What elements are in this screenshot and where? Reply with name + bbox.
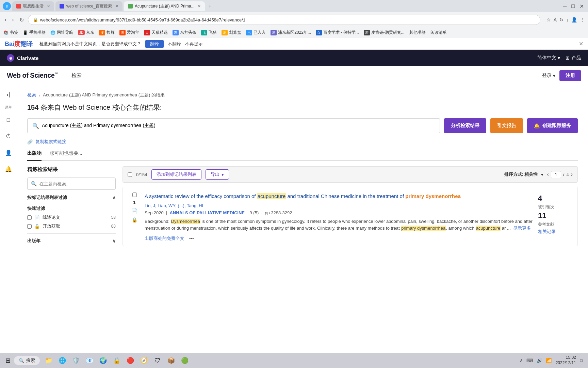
add-to-list-button[interactable]: 添加到标记结果列表: [151, 169, 201, 180]
forward-button[interactable]: ›: [11, 15, 15, 24]
create-alert-button[interactable]: 🔔 创建跟踪服务: [527, 118, 578, 133]
breadcrumb-search-link[interactable]: 检索: [27, 92, 36, 98]
bookmark-pudong[interactable]: 浦 浦东新区2022年...: [271, 30, 311, 35]
bookmark-baidu-xue[interactable]: 百 百度学术 - 保持学...: [316, 30, 359, 35]
page-number-input[interactable]: [551, 171, 561, 178]
sidebar-item-menu[interactable]: ›|: [2, 89, 15, 101]
tab-close-lianxiang[interactable]: ✕: [47, 4, 50, 9]
author-ellipsis[interactable]: (...): [178, 203, 184, 208]
bookmark-nav[interactable]: 🌐 网址导航: [50, 30, 73, 35]
taskbar-app-store[interactable]: 📦: [166, 355, 177, 366]
sidebar-item-notifications[interactable]: 🔔: [2, 163, 15, 175]
volume-icon[interactable]: 🔊: [537, 358, 542, 363]
minimize-button[interactable]: ─: [561, 2, 568, 11]
bookmark-phone[interactable]: 📱 手机书签: [23, 30, 46, 35]
register-button[interactable]: 注册: [559, 70, 581, 81]
result-checkbox-1[interactable]: [132, 193, 137, 197]
filter-search-input[interactable]: [39, 181, 112, 186]
taskbar-app-browser2[interactable]: 🌍: [98, 355, 109, 366]
free-fulltext-link-1[interactable]: 出版商处的免费全文: [145, 235, 184, 242]
settings-icon[interactable]: ⋮: [580, 17, 585, 22]
filter-review-checkbox[interactable]: [27, 215, 32, 220]
bookmark-aitaobao[interactable]: 淘 爱淘宝: [119, 30, 139, 35]
chevron-up-icon[interactable]: ∧: [520, 358, 523, 363]
show-more-link-1[interactable]: 显示更多: [513, 226, 531, 231]
result-journal-link-1[interactable]: ANNALS OF PALLIATIVE MEDICINE: [170, 210, 245, 215]
search-submit-button[interactable]: 🔍: [32, 123, 39, 129]
address-bar[interactable]: 🔒 webofscience.com/wos/alldb/summary/637…: [28, 15, 540, 25]
tab-close-wos[interactable]: ✕: [198, 4, 201, 9]
select-all-checkbox[interactable]: [128, 172, 132, 177]
taskbar-app-explorer[interactable]: 📁: [43, 355, 54, 366]
keyboard-icon[interactable]: ⌨: [526, 358, 533, 363]
filter-oa-checkbox[interactable]: [27, 224, 32, 229]
products-button[interactable]: ⊞ 产品: [566, 55, 581, 61]
tab-close-baidu[interactable]: ✕: [115, 4, 118, 9]
bookmark-huasuan[interactable]: 划 划算盘: [222, 30, 241, 35]
bookmark-jd[interactable]: JD 京东: [78, 30, 94, 35]
bookmark-dftt[interactable]: 东 东方头条: [173, 30, 196, 35]
taskbar-app-green[interactable]: 🟢: [179, 355, 190, 366]
start-button[interactable]: ⊞: [5, 357, 11, 364]
reload-button[interactable]: ↻: [18, 15, 25, 25]
bookmark-maiken[interactable]: 麦 麦肯锡-润贡研究...: [364, 30, 405, 35]
translate-page-icon[interactable]: A: [554, 17, 557, 22]
network-icon[interactable]: 📶: [546, 358, 552, 363]
copy-link-row[interactable]: 🔗 复制检索式链接: [27, 139, 578, 145]
bookmark-star-icon[interactable]: ☆: [546, 17, 551, 22]
tab-publications[interactable]: 出版物: [27, 150, 42, 161]
bookmark-other[interactable]: 其他书签: [409, 30, 426, 35]
next-page-button[interactable]: ›: [571, 171, 573, 178]
taskbar-app-mail[interactable]: 📧: [84, 355, 95, 366]
more-options-1[interactable]: •••: [189, 236, 194, 241]
tab-wos[interactable]: Acupuncture (主题) AND Prima... ✕: [124, 1, 205, 11]
profile-icon[interactable]: 👤: [571, 17, 577, 22]
sidebar-item-history[interactable]: ⏱: [2, 130, 15, 142]
bookmark-reading[interactable]: 阅读清单: [430, 30, 447, 35]
back-button[interactable]: ‹: [3, 15, 8, 24]
refresh-icon[interactable]: ↻: [559, 17, 564, 22]
no-translate-button[interactable]: 不翻译: [168, 41, 181, 47]
author-liao[interactable]: Liao, WY: [158, 203, 175, 208]
new-tab-button[interactable]: +: [206, 3, 213, 9]
bookmark-shubiao[interactable]: 📚 书签: [3, 30, 18, 35]
bookmark-tmall[interactable]: 天 天猫精选: [144, 30, 168, 35]
taskbar-app-nav[interactable]: 🧭: [138, 355, 149, 366]
nav-search-link[interactable]: 检索: [71, 72, 82, 79]
search-input[interactable]: [42, 123, 435, 128]
translate-confirm-button[interactable]: 翻译: [145, 40, 164, 48]
download-icon[interactable]: ↓: [566, 17, 569, 22]
prev-page-button[interactable]: ‹: [547, 171, 549, 178]
translate-bar-close-button[interactable]: ✕: [579, 41, 583, 47]
bookmark-souhui[interactable]: 搜 搜辉: [99, 30, 115, 35]
no-tip-button[interactable]: 不再提示: [185, 41, 203, 47]
sidebar-item-account[interactable]: 👤: [2, 147, 15, 159]
close-window-button[interactable]: ✕: [578, 2, 585, 11]
tab-baidu[interactable]: web of science_百度搜索 ✕: [55, 1, 122, 11]
tab-lianxiang[interactable]: 联想酷生活 ✕: [12, 1, 54, 11]
taskbar-app-edge[interactable]: 🌐: [57, 355, 68, 366]
bookmark-feizhu[interactable]: 飞 飞猪: [201, 30, 217, 35]
taskbar-search-box[interactable]: 🔍 搜索: [14, 356, 40, 365]
tab-suggestions[interactable]: 您可能也想要...: [50, 150, 82, 160]
taskbar-app-security[interactable]: 🛡️: [70, 355, 81, 366]
taskbar-app-shield[interactable]: 🛡: [152, 355, 163, 366]
export-button[interactable]: 导出 ▾: [206, 169, 229, 180]
author-lin[interactable]: Lin, J: [145, 203, 155, 208]
pub-year-chevron[interactable]: ∨: [112, 238, 116, 244]
author-tang[interactable]: Tang, HL: [187, 203, 205, 208]
sidebar-item-page[interactable]: □: [2, 114, 15, 126]
taskbar-datetime[interactable]: 15:02 2022/12/11: [556, 355, 576, 366]
login-button[interactable]: 登录 ▾: [542, 73, 555, 79]
analyze-results-button[interactable]: 分析检索结果: [444, 118, 486, 133]
maximize-button[interactable]: □: [570, 2, 576, 11]
filter-by-list-chevron[interactable]: ∧: [112, 195, 116, 200]
taskbar-app-lock[interactable]: 🔒: [111, 355, 122, 366]
language-selector[interactable]: 简体中文 ▾: [537, 55, 560, 61]
citation-report-button[interactable]: 引文报告: [490, 118, 523, 133]
related-records-link-1[interactable]: 相关记录: [538, 229, 556, 235]
taskbar-app-antivirus[interactable]: 🔴: [125, 355, 136, 366]
result-title-link-1[interactable]: A systematic review of the efficacy comp…: [145, 193, 461, 199]
notification-icon[interactable]: □: [580, 358, 583, 363]
bookmark-yiru[interactable]: 已 已入入: [246, 30, 266, 35]
